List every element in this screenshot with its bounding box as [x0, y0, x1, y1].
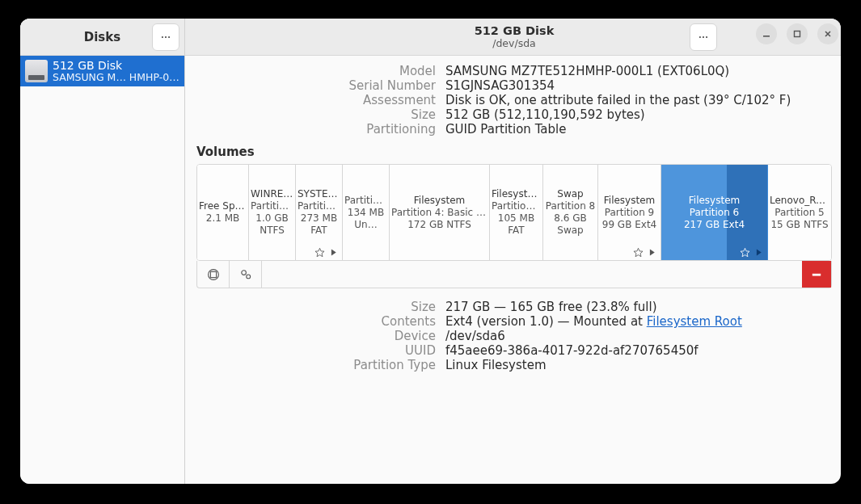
svg-rect-6 — [763, 36, 770, 37]
volumes-heading: Volumes — [185, 140, 841, 164]
disk-list-title: 512 GB Disk — [53, 59, 179, 72]
volume-block[interactable]: FilesystemPartition 999 GB Ext4 — [598, 165, 661, 260]
star-icon — [633, 247, 644, 258]
volumes-strip: Free Space2.1 MBWINRE_DRVPartition 11.0 … — [196, 164, 832, 261]
volumes-toolbar — [196, 261, 832, 288]
volume-block[interactable]: FilesystemPartition 7105 MB FAT — [490, 165, 543, 260]
volume-block[interactable]: Free Space2.1 MB — [197, 165, 249, 260]
partitioning-value: GUID Partition Table — [445, 122, 841, 136]
star-icon — [314, 247, 325, 258]
disk-size-value: 512 GB (512,110,190,592 bytes) — [445, 107, 841, 122]
drive-icon — [25, 60, 48, 82]
minimize-button[interactable] — [756, 23, 777, 44]
sidebar-header: Disks — [20, 19, 184, 56]
partition-properties: Size 217 GB — 165 GB free (23.8% full) C… — [185, 288, 841, 376]
svg-point-11 — [246, 275, 250, 279]
maximize-button[interactable] — [787, 23, 808, 44]
volume-block[interactable]: FilesystemPartition 4: Basic data …172 G… — [390, 165, 490, 260]
svg-rect-7 — [795, 32, 800, 37]
play-icon — [328, 247, 339, 258]
svg-point-1 — [165, 36, 167, 38]
part-device-value: /dev/sda6 — [445, 329, 841, 343]
volume-block[interactable]: Lenovo_Rec…Partition 515 GB NTFS — [768, 165, 831, 260]
mountpoint-link[interactable]: Filesystem Root — [647, 314, 742, 329]
svg-rect-8 — [210, 271, 216, 277]
sidebar: Disks 512 GB Disk SAMSUNG M… HMHP-000L1 — [20, 19, 185, 484]
svg-rect-12 — [812, 274, 821, 275]
svg-point-10 — [241, 270, 246, 275]
svg-point-4 — [703, 36, 704, 38]
svg-point-9 — [208, 269, 218, 279]
volume-settings-button[interactable] — [230, 261, 262, 288]
serial-value: S1GJNSAG301354 — [445, 78, 841, 93]
part-size-value: 217 GB — 165 GB free (23.8% full) — [445, 300, 841, 314]
headerbar: 512 GB Disk /dev/sda — [185, 19, 841, 56]
disk-properties: Model SAMSUNG MZ7TE512HMHP-000L1 (EXT06L… — [185, 56, 841, 140]
star-icon — [740, 247, 750, 258]
volume-block[interactable]: SwapPartition 88.6 GB Swap — [543, 165, 598, 260]
volume-block[interactable]: Partition 3…134 MB Un… — [343, 165, 390, 260]
part-uuid-value: f45aee69-386a-4017-922d-af270765450f — [445, 343, 841, 358]
disk-list-model: SAMSUNG M… HMHP-000L1 — [53, 72, 179, 83]
play-icon — [753, 247, 764, 258]
delete-partition-button[interactable] — [802, 261, 831, 288]
disk-list-item[interactable]: 512 GB Disk SAMSUNG M… HMHP-000L1 — [20, 56, 184, 86]
close-button[interactable] — [817, 23, 838, 44]
svg-point-3 — [699, 36, 701, 38]
assessment-value: Disk is OK, one attribute failed in the … — [445, 93, 841, 107]
window-controls — [756, 23, 838, 44]
part-contents-value: Ext4 (version 1.0) — Mounted at Filesyst… — [445, 314, 841, 329]
svg-point-5 — [706, 36, 707, 38]
play-icon — [647, 247, 657, 258]
part-type-value: Linux Filesystem — [445, 358, 841, 372]
disk-list: 512 GB Disk SAMSUNG M… HMHP-000L1 — [20, 56, 184, 484]
model-value: SAMSUNG MZ7TE512HMHP-000L1 (EXT06L0Q) — [445, 64, 841, 78]
volume-block[interactable]: WINRE_DRVPartition 11.0 GB NTFS — [249, 165, 296, 260]
svg-point-2 — [168, 36, 170, 38]
main-pane: 512 GB Disk /dev/sda Model SAMSUNG MZ7TE… — [185, 19, 841, 484]
volume-block[interactable]: FilesystemPartition 6217 GB Ext4 — [661, 165, 768, 260]
app-title: Disks — [84, 30, 120, 44]
gnome-disks-window: Disks 512 GB Disk SAMSUNG M… HMHP-000L1 … — [20, 19, 841, 484]
unmount-button[interactable] — [197, 261, 230, 288]
volume-block[interactable]: SYSTEM_D…Partition 2…273 MB FAT — [296, 165, 343, 260]
page-subtitle: /dev/sda — [475, 38, 555, 49]
page-title: 512 GB Disk — [475, 25, 555, 38]
svg-point-0 — [162, 36, 163, 38]
drive-menu-button[interactable] — [690, 23, 717, 51]
app-menu-button[interactable] — [152, 23, 179, 51]
